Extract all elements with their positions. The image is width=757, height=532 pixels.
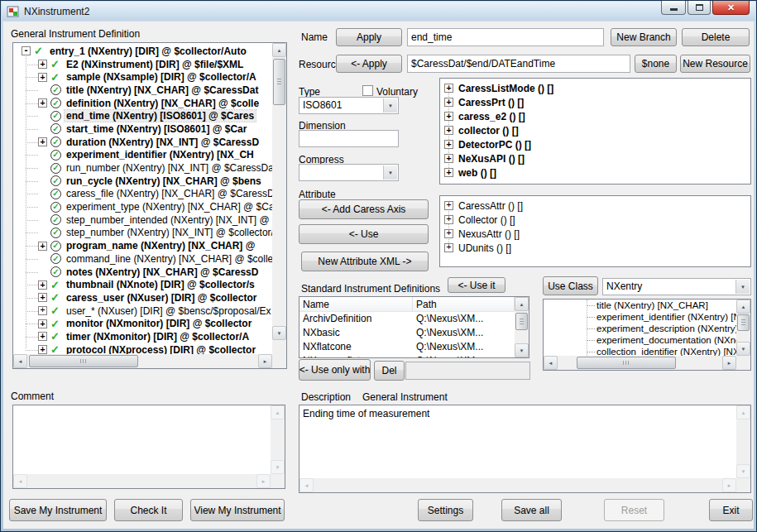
tree-item[interactable]: +run_cycle (NXentry) [NX_CHAR] @ $bens: [13, 175, 272, 188]
expand-toggle-icon[interactable]: +: [38, 293, 47, 302]
column-header[interactable]: Path: [413, 297, 515, 311]
expand-toggle-icon[interactable]: -: [22, 46, 31, 55]
scrollbar-thumb[interactable]: [29, 355, 138, 367]
expand-toggle-icon[interactable]: +: [444, 215, 453, 224]
del-button[interactable]: Del: [374, 361, 405, 381]
tree-item[interactable]: +DetectorPC () []: [440, 137, 750, 151]
apply-resource-button[interactable]: <- Apply: [336, 55, 402, 73]
scroll-right-arrow-icon[interactable]: ►: [722, 356, 736, 370]
tree-item[interactable]: +✓monitor (NXmonitor) [DIR] @ $collector: [13, 317, 272, 330]
maximize-button[interactable]: [688, 1, 711, 15]
definition-tree-vertical-scrollbar[interactable]: ▲ ▼: [272, 43, 286, 354]
chevron-down-icon[interactable]: ▼: [383, 98, 397, 113]
use-only-with-input[interactable]: [405, 362, 530, 380]
expand-toggle-icon[interactable]: +: [444, 168, 453, 177]
tree-item[interactable]: +collector () []: [440, 123, 750, 137]
close-button[interactable]: ✕: [712, 1, 750, 15]
expand-toggle-icon[interactable]: +: [38, 137, 47, 146]
tree-item[interactable]: +experiment_identifier (NXentry) [NX_CH: [13, 149, 272, 162]
table-row[interactable]: ArchivDefinitionQ:\Nexus\XM...: [299, 312, 515, 326]
scroll-right-arrow-icon[interactable]: ►: [722, 478, 736, 492]
save-all-button[interactable]: Save all: [501, 499, 562, 521]
comment-textarea[interactable]: ▲ ▼ ◄ ►: [12, 405, 285, 489]
member-list-horizontal-scrollbar[interactable]: ◄ ►: [544, 356, 736, 370]
table-row[interactable]: NXmono_flatQ:\Nexus\XM...: [299, 354, 515, 357]
scroll-down-arrow-icon[interactable]: ▼: [271, 460, 285, 474]
tree-item[interactable]: +web () []: [440, 165, 750, 180]
compress-select[interactable]: ▼: [299, 164, 399, 181]
tree-item[interactable]: +CaressAttr () []: [440, 199, 750, 213]
expand-toggle-icon[interactable]: +: [444, 140, 453, 149]
table-row[interactable]: NXflatconeQ:\Nexus\XM...: [299, 340, 515, 354]
comment-horizontal-scrollbar[interactable]: ◄ ►: [13, 474, 271, 488]
scroll-left-arrow-icon[interactable]: ◄: [544, 356, 558, 370]
name-input[interactable]: [407, 28, 604, 46]
class-select[interactable]: NXentry ▼: [602, 278, 751, 295]
table-row[interactable]: NXbasicQ:\Nexus\XM...: [299, 326, 515, 340]
resource-input[interactable]: [407, 55, 630, 73]
tree-item[interactable]: +definition (NXentry) [NX_CHAR] @ $colle: [13, 97, 272, 110]
tree-item[interactable]: +notes (NXentry) [NX_CHAR] @ $CaressD: [13, 266, 272, 279]
minimize-button[interactable]: [661, 1, 686, 15]
expand-toggle-icon[interactable]: +: [38, 345, 47, 354]
scrollbar-thumb[interactable]: [737, 314, 750, 331]
chevron-down-icon[interactable]: ▼: [383, 165, 397, 180]
new-branch-button[interactable]: New Branch: [611, 28, 677, 46]
tree-item[interactable]: +✓sample (NXsample) [DIR] @ $collector/A: [13, 70, 272, 84]
tree-item[interactable]: +step_number (NXentry) [NX_INT] @ $colle…: [13, 227, 272, 240]
tree-item[interactable]: +NexusAttr () []: [440, 227, 750, 241]
comment-vertical-scrollbar[interactable]: ▲ ▼: [271, 405, 285, 474]
list-item[interactable]: experiment_documentation (NXnote) [DIR]: [544, 334, 736, 346]
column-header[interactable]: Name: [299, 297, 413, 311]
expand-toggle-icon[interactable]: +: [38, 306, 47, 315]
tree-item[interactable]: +caress_e2 () []: [440, 109, 750, 123]
scroll-down-arrow-icon[interactable]: ▼: [736, 464, 750, 478]
save-my-instrument-button[interactable]: Save My Instrument: [9, 499, 107, 521]
tree-item[interactable]: +✓timer (NXmonitor) [DIR] @ $collector/A: [13, 330, 272, 343]
use-only-with-button[interactable]: <- Use only with: [299, 359, 371, 381]
tree-item[interactable]: +NeXusAPI () []: [440, 151, 750, 165]
description-horizontal-scrollbar[interactable]: ◄ ►: [299, 478, 736, 492]
definition-tree-horizontal-scrollbar[interactable]: ◄ ►: [13, 354, 272, 368]
member-list-vertical-scrollbar[interactable]: ▲ ▼: [736, 300, 750, 356]
expand-toggle-icon[interactable]: +: [38, 73, 47, 82]
expand-toggle-icon[interactable]: +: [444, 201, 453, 210]
scrollbar-thumb[interactable]: [515, 313, 528, 330]
scroll-up-arrow-icon[interactable]: ▲: [736, 405, 750, 419]
tree-item[interactable]: +✓E2 (NXinstrument) [DIR] @ $file/$XML: [13, 58, 272, 71]
list-item[interactable]: experiment_identifier (NXentry) [NX_CHAR…: [544, 311, 736, 323]
apply-name-button[interactable]: Apply: [336, 28, 402, 46]
settings-button[interactable]: Settings: [418, 499, 473, 521]
tree-item[interactable]: +experiment_type (NXentry) [NX_CHAR] @ $…: [13, 200, 272, 213]
use-class-button[interactable]: Use Class: [543, 276, 598, 295]
scroll-up-arrow-icon[interactable]: ▲: [272, 43, 286, 57]
expand-toggle-icon[interactable]: +: [38, 319, 47, 328]
tree-item[interactable]: +run_number (NXentry) [NX_INT] @ $Caress…: [13, 161, 272, 175]
expand-toggle-icon[interactable]: +: [444, 154, 453, 163]
check-it-button[interactable]: Check It: [114, 499, 183, 521]
tree-item[interactable]: -✓entry_1 (NXentry) [DIR] @ $collector/A…: [13, 45, 272, 58]
tree-item[interactable]: +end_time (NXentry) [ISO8601] @ $Cares: [13, 109, 272, 122]
expand-toggle-icon[interactable]: +: [444, 98, 453, 107]
voluntary-checkbox[interactable]: [362, 85, 373, 96]
description-textarea[interactable]: Ending time of measurement ▲ ▼ ◄ ►: [299, 405, 751, 493]
tree-item[interactable]: +Collector () []: [440, 213, 750, 227]
scroll-up-arrow-icon[interactable]: ▲: [515, 297, 529, 311]
delete-button[interactable]: Delete: [682, 28, 750, 46]
type-select[interactable]: ISO8601 ▼: [299, 97, 399, 114]
expand-toggle-icon[interactable]: +: [38, 280, 47, 290]
use-attribute-button[interactable]: <- Use: [299, 224, 429, 244]
use-it-button[interactable]: <- Use it: [448, 277, 505, 293]
chevron-down-icon[interactable]: ▼: [735, 280, 750, 294]
tree-item[interactable]: +start_time (NXentry) [ISO8601] @ $Car: [13, 122, 272, 136]
tree-item[interactable]: +CaressPrt () []: [440, 95, 750, 109]
description-vertical-scrollbar[interactable]: ▲ ▼: [736, 405, 750, 478]
scroll-down-arrow-icon[interactable]: ▼: [736, 342, 750, 356]
tree-item[interactable]: +caress_file (NXentry) [NX_CHAR] @ $Care…: [13, 188, 272, 201]
scroll-left-arrow-icon[interactable]: ◄: [13, 474, 27, 488]
tree-item[interactable]: +✓protocol (NXprocess) [DIR] @ $collecto…: [13, 343, 272, 354]
expand-toggle-icon[interactable]: +: [38, 242, 47, 251]
list-item[interactable]: experiment_description (NXentry) [NX_CHA…: [544, 323, 736, 334]
expand-toggle-icon[interactable]: +: [444, 84, 453, 93]
scroll-up-arrow-icon[interactable]: ▲: [736, 300, 750, 314]
